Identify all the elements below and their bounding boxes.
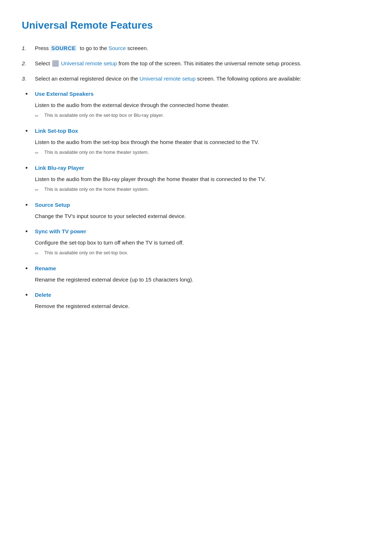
bullet-desc-link-bluray-player: Listen to the audio from the Blu-ray pla… xyxy=(35,175,370,184)
step-2: 2. Select Universal remote setup from th… xyxy=(22,59,370,68)
bullet-row-use-external-speakers: • Use External Speakers xyxy=(25,90,370,99)
note-text-use-external-speakers: This is available only on the set-top bo… xyxy=(44,112,164,119)
bullet-desc-source-setup: Change the TV's input source to your sel… xyxy=(35,212,370,221)
remote-icon xyxy=(52,60,59,67)
step-3-text: Select an external registered device on … xyxy=(35,74,301,83)
steps-list: 1. Press SOURCE to go to the Source scre… xyxy=(22,44,370,83)
list-item-delete: • Delete Remove the registered external … xyxy=(25,291,370,311)
bullet-row-rename: • Rename xyxy=(25,264,370,273)
list-item-link-set-top-box: • Link Set-top Box Listen to the audio f… xyxy=(25,127,370,157)
bullet-dot-7: • xyxy=(25,291,30,300)
step-1-number: 1. xyxy=(22,44,30,53)
bullet-row-source-setup: • Source Setup xyxy=(25,201,370,210)
bullet-title-link-bluray-player: Link Blu-ray Player xyxy=(35,164,84,172)
list-item-source-setup: • Source Setup Change the TV's input sou… xyxy=(25,201,370,221)
bullet-dot-3: • xyxy=(25,164,30,173)
universal-remote-setup-link-2: Universal remote setup xyxy=(140,75,196,82)
bullet-dot-5: • xyxy=(25,227,30,236)
bullet-dot-2: • xyxy=(25,127,30,136)
note-text-link-set-top-box: This is available only on the home theat… xyxy=(44,149,149,156)
pencil-icon-1 xyxy=(35,112,41,120)
note-row-use-external-speakers: This is available only on the set-top bo… xyxy=(35,112,370,120)
bullet-row-delete: • Delete xyxy=(25,291,370,300)
list-item-use-external-speakers: • Use External Speakers Listen to the au… xyxy=(25,90,370,120)
bullet-row-link-bluray-player: • Link Blu-ray Player xyxy=(25,164,370,173)
bullet-title-link-set-top-box: Link Set-top Box xyxy=(35,127,78,135)
bullet-title-use-external-speakers: Use External Speakers xyxy=(35,90,94,98)
note-row-link-bluray-player: This is available only on the home theat… xyxy=(35,186,370,194)
bullet-dot-6: • xyxy=(25,264,30,273)
note-text-link-bluray-player: This is available only on the home theat… xyxy=(44,186,149,193)
bullet-title-delete: Delete xyxy=(35,291,51,299)
bullet-dot-4: • xyxy=(25,201,30,210)
bullet-desc-delete: Remove the registered external device. xyxy=(35,302,370,311)
note-row-sync-tv-power: This is available only on the set-top bo… xyxy=(35,249,370,258)
pencil-icon-3 xyxy=(35,186,41,194)
source-keyword: SOURCE xyxy=(50,45,77,51)
note-row-link-set-top-box: This is available only on the home theat… xyxy=(35,149,370,157)
list-item-sync-tv-power: • Sync with TV power Configure the set-t… xyxy=(25,227,370,258)
step-1: 1. Press SOURCE to go to the Source scre… xyxy=(22,44,370,53)
bullet-title-sync-tv-power: Sync with TV power xyxy=(35,227,86,236)
bullet-dot-1: • xyxy=(25,90,30,99)
bullet-desc-link-set-top-box: Listen to the audio from the set-top box… xyxy=(35,138,370,147)
bullet-desc-rename: Rename the registered external device (u… xyxy=(35,275,370,284)
step-2-text: Select Universal remote setup from the t… xyxy=(35,59,302,68)
note-text-sync-tv-power: This is available only on the set-top bo… xyxy=(44,249,128,257)
step-2-number: 2. xyxy=(22,59,30,68)
list-item-rename: • Rename Rename the registered external … xyxy=(25,264,370,284)
step-3: 3. Select an external registered device … xyxy=(22,74,370,83)
bullet-title-rename: Rename xyxy=(35,264,56,273)
list-item-link-bluray-player: • Link Blu-ray Player Listen to the audi… xyxy=(25,164,370,194)
source-link: Source xyxy=(109,45,126,51)
page-title: Universal Remote Features xyxy=(22,17,370,34)
pencil-icon-4 xyxy=(35,249,41,258)
bullet-desc-sync-tv-power: Configure the set-top box to turn off wh… xyxy=(35,238,370,247)
pencil-icon-2 xyxy=(35,149,41,157)
bullet-row-link-set-top-box: • Link Set-top Box xyxy=(25,127,370,136)
universal-remote-setup-link-1: Universal remote setup xyxy=(61,60,117,66)
step-3-number: 3. xyxy=(22,74,30,83)
bullet-list: • Use External Speakers Listen to the au… xyxy=(22,90,370,311)
step-1-text: Press SOURCE to go to the Source screeen… xyxy=(35,44,148,53)
bullet-row-sync-tv-power: • Sync with TV power xyxy=(25,227,370,236)
bullet-desc-use-external-speakers: Listen to the audio from the external de… xyxy=(35,101,370,110)
bullet-title-source-setup: Source Setup xyxy=(35,201,70,209)
